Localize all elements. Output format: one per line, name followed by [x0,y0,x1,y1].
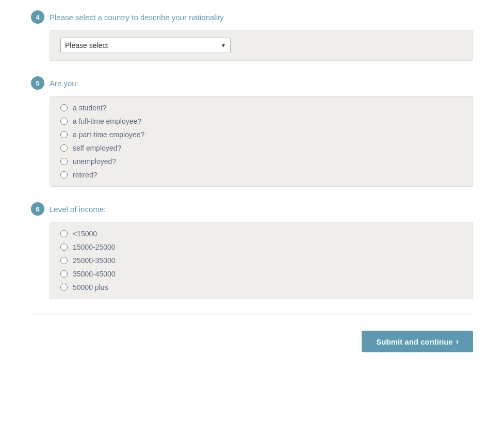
employment-retired-radio[interactable] [60,171,68,178]
submit-button-label: Submit and continue [376,337,452,346]
income-15to25-label[interactable]: 15000-25000 [73,243,116,251]
question-4-header: 4 Please select a country to describe yo… [31,10,473,24]
step-4-badge: 4 [31,10,44,24]
income-25to35-label[interactable]: 25000-35000 [73,256,116,265]
income-50plus-radio[interactable] [60,284,68,291]
income-lt15000-radio[interactable] [60,230,68,237]
employment-parttime-option: a part-time employee? [60,131,462,139]
page-container: 4 Please select a country to describe yo… [0,0,504,378]
question-5-answer-box: a student? a full-time employee? a part-… [50,96,473,187]
employment-fulltime-radio[interactable] [60,118,68,125]
income-50plus-option: 50000 plus [60,283,462,291]
employment-selfemployed-label[interactable]: self employed? [73,144,121,152]
employment-selfemployed-radio[interactable] [60,144,68,152]
question-5-header: 5 Are you: [31,76,473,90]
section-divider [31,315,473,315]
employment-unemployed-label[interactable]: unemployed? [73,157,116,166]
question-4-block: 4 Please select a country to describe yo… [31,10,473,61]
employment-parttime-radio[interactable] [60,131,68,138]
income-25to35-radio[interactable] [60,257,68,264]
question-5-label: Are you: [50,79,78,88]
income-35to45-option: 35000-45000 [60,270,462,278]
employment-student-label[interactable]: a student? [73,104,106,112]
employment-retired-option: retired? [60,171,462,179]
question-6-header: 6 Level of income: [31,202,473,216]
employment-unemployed-option: unemployed? [60,157,462,166]
nationality-select-wrapper: Please select Afghanistan Albania Algeri… [60,38,231,53]
income-lt15000-option: <15000 [60,230,462,238]
employment-fulltime-label[interactable]: a full-time employee? [73,117,141,125]
income-lt15000-label[interactable]: <15000 [73,230,97,238]
question-6-block: 6 Level of income: <15000 15000-25000 25… [31,202,473,299]
submit-button[interactable]: Submit and continue › [362,331,473,352]
step-6-badge: 6 [31,202,44,216]
question-5-block: 5 Are you: a student? a full-time employ… [31,76,473,187]
question-6-label: Level of income: [50,205,106,214]
income-35to45-radio[interactable] [60,270,68,278]
employment-fulltime-option: a full-time employee? [60,117,462,125]
submit-row: Submit and continue › [31,326,473,357]
income-15to25-option: 15000-25000 [60,243,462,251]
chevron-right-icon: › [456,337,459,346]
nationality-select[interactable]: Please select Afghanistan Albania Algeri… [60,38,231,53]
question-6-answer-box: <15000 15000-25000 25000-35000 35000-450… [50,222,473,299]
employment-parttime-label[interactable]: a part-time employee? [73,131,144,139]
income-50plus-label[interactable]: 50000 plus [73,283,108,291]
income-15to25-radio[interactable] [60,243,68,251]
employment-selfemployed-option: self employed? [60,144,462,152]
employment-student-radio[interactable] [60,104,68,111]
employment-retired-label[interactable]: retired? [73,171,97,179]
income-25to35-option: 25000-35000 [60,256,462,265]
employment-student-option: a student? [60,104,462,112]
step-5-badge: 5 [31,76,44,90]
question-4-answer-box: Please select Afghanistan Albania Algeri… [50,30,473,61]
employment-unemployed-radio[interactable] [60,158,68,165]
income-35to45-label[interactable]: 35000-45000 [73,270,116,278]
question-4-label: Please select a country to describe your… [50,13,224,22]
